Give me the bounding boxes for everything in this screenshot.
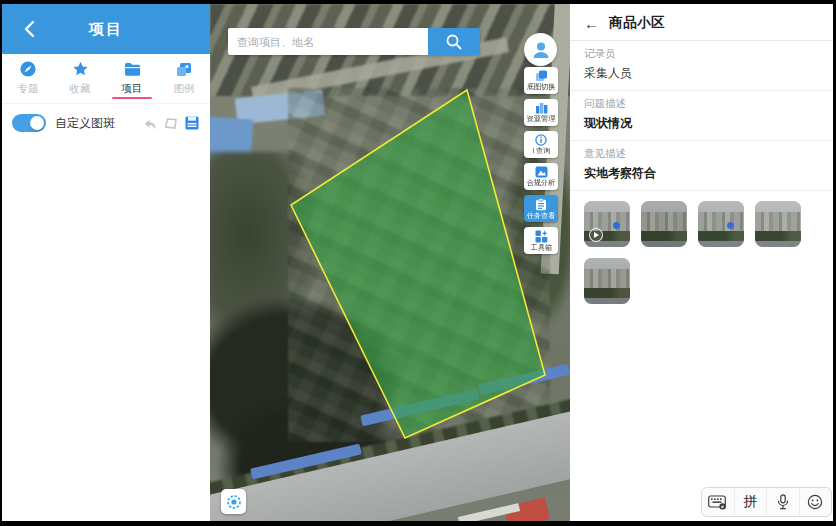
search-input[interactable] <box>228 28 428 55</box>
tool-compliance-analysis[interactable]: 合规分析 <box>524 163 558 190</box>
image-icon <box>535 166 548 178</box>
field-opinion-desc: 意见描述 实地考察符合 <box>570 141 833 191</box>
custom-patch-row: 自定义图斑 <box>2 106 210 140</box>
tab-projects[interactable]: 项目 <box>106 54 158 103</box>
info-icon <box>535 134 547 146</box>
field-label: 问题描述 <box>584 97 819 111</box>
photo-thumbnail[interactable] <box>755 201 801 247</box>
sidebar-tabs: 专题 收藏 项目 图例 <box>2 54 210 104</box>
tool-task-view[interactable]: 任务查看 <box>524 195 558 222</box>
field-value: 实地考察符合 <box>584 165 819 182</box>
play-icon <box>589 228 603 242</box>
tool-label: 底图切换 <box>527 83 556 91</box>
tab-label: 项目 <box>122 82 143 96</box>
microphone-icon <box>777 494 789 510</box>
photo-grid <box>570 191 833 314</box>
clipboard-icon <box>535 198 547 211</box>
save-patch-button[interactable] <box>184 115 200 131</box>
folder-icon <box>124 62 141 77</box>
search-button[interactable] <box>428 28 480 55</box>
tab-topics[interactable]: 专题 <box>2 54 54 103</box>
toolbox-icon <box>535 230 548 243</box>
tool-toolbox[interactable]: 工具箱 <box>524 227 558 254</box>
locate-me-button[interactable] <box>221 489 246 514</box>
tab-label: 专题 <box>18 82 39 96</box>
tab-label: 收藏 <box>70 82 91 96</box>
map-canvas[interactable]: 底图切换 资源管理 i 查询 合规分析 任务查看 工具箱 <box>210 4 570 521</box>
ime-keyboard-button[interactable] <box>702 488 734 516</box>
project-sidebar: 项目 专题 收藏 项目 图例 自定义图斑 <box>2 4 210 521</box>
map-searchbar <box>228 28 480 55</box>
field-value: 现状情况 <box>584 115 819 132</box>
undo-icon <box>143 117 157 130</box>
tool-label: 任务查看 <box>527 212 556 220</box>
patch-actions <box>142 115 200 131</box>
search-icon <box>445 33 463 51</box>
task-polygon-layer <box>210 4 570 521</box>
tab-label: 图例 <box>174 82 195 96</box>
sidebar-title: 项目 <box>89 20 123 39</box>
star-icon <box>72 61 89 77</box>
keyboard-icon <box>708 495 727 510</box>
tab-favorites[interactable]: 收藏 <box>54 54 106 103</box>
app-root: 项目 专题 收藏 项目 图例 自定义图斑 <box>2 4 833 521</box>
panel-title: 商品小区 <box>609 14 665 32</box>
sidebar-header: 项目 <box>2 4 210 54</box>
tool-label: 合规分析 <box>527 179 556 187</box>
panel-header: ← 商品小区 <box>570 4 833 41</box>
tool-label: 资源管理 <box>527 115 556 123</box>
tool-resource-manage[interactable]: 资源管理 <box>524 99 558 126</box>
tool-info-query[interactable]: i 查询 <box>524 131 558 158</box>
compass-icon <box>20 61 36 77</box>
buildings-icon <box>535 102 548 114</box>
field-recorder: 记录员 采集人员 <box>570 41 833 91</box>
ime-voice-button[interactable] <box>766 488 799 516</box>
photo-thumbnail[interactable] <box>641 201 687 247</box>
smiley-icon <box>807 494 823 510</box>
custom-patch-label: 自定义图斑 <box>55 115 142 132</box>
toggle-knob <box>30 116 44 130</box>
chevron-left-icon <box>24 20 35 38</box>
tab-legend[interactable]: 图例 <box>158 54 210 103</box>
legend-icon <box>176 62 192 77</box>
field-label: 意见描述 <box>584 147 819 161</box>
layers-icon <box>535 70 548 82</box>
field-label: 记录员 <box>584 47 819 61</box>
person-icon <box>530 39 552 61</box>
detail-panel: ← 商品小区 记录员 采集人员 问题描述 现状情况 意见描述 实地考察符合 <box>570 4 833 521</box>
photo-thumbnail-video[interactable] <box>584 201 630 247</box>
field-problem-desc: 问题描述 现状情况 <box>570 91 833 141</box>
user-avatar[interactable] <box>524 33 557 66</box>
tool-label: i 查询 <box>532 147 550 155</box>
ime-pinyin-label: 拼 <box>743 493 757 511</box>
ime-toolbar: 拼 <box>701 487 832 517</box>
draw-shape-button[interactable] <box>163 115 179 131</box>
custom-patch-toggle[interactable] <box>12 114 46 132</box>
photo-thumbnail[interactable] <box>698 201 744 247</box>
tool-label: 工具箱 <box>530 244 551 252</box>
tool-basemap-switch[interactable]: 底图切换 <box>524 67 558 94</box>
photo-thumbnail[interactable] <box>584 258 630 304</box>
task-polygon[interactable] <box>291 90 545 438</box>
undo-button[interactable] <box>142 115 158 131</box>
ime-pinyin-button[interactable]: 拼 <box>734 488 767 516</box>
panel-back-button[interactable]: ← <box>584 16 599 31</box>
field-value: 采集人员 <box>584 65 819 82</box>
ime-emoji-button[interactable] <box>799 488 832 516</box>
shape-icon <box>164 117 178 130</box>
locate-icon <box>226 494 242 510</box>
sidebar-back-button[interactable] <box>14 4 44 54</box>
save-icon <box>185 116 199 130</box>
